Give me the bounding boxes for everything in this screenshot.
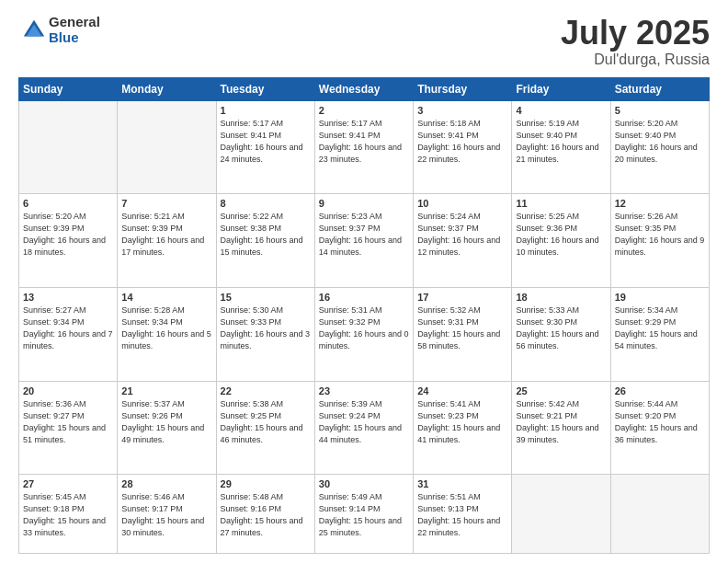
- day-number: 20: [23, 385, 113, 396]
- calendar-cell: 26Sunrise: 5:44 AM Sunset: 9:20 PM Dayli…: [610, 381, 709, 475]
- calendar-cell: 20Sunrise: 5:36 AM Sunset: 9:27 PM Dayli…: [19, 381, 118, 475]
- day-number: 1: [221, 105, 311, 116]
- page: General Blue July 2025 Dul'durga, Russia…: [0, 0, 728, 563]
- col-wednesday: Wednesday: [314, 77, 413, 100]
- calendar-week-3: 20Sunrise: 5:36 AM Sunset: 9:27 PM Dayli…: [19, 381, 710, 475]
- logo-blue: Blue: [49, 30, 100, 46]
- calendar-cell: 30Sunrise: 5:49 AM Sunset: 9:14 PM Dayli…: [314, 475, 413, 554]
- calendar-cell: 5Sunrise: 5:20 AM Sunset: 9:40 PM Daylig…: [610, 100, 709, 194]
- day-info: Sunrise: 5:46 AM Sunset: 9:17 PM Dayligh…: [121, 491, 211, 539]
- calendar-cell: 16Sunrise: 5:31 AM Sunset: 9:32 PM Dayli…: [314, 287, 413, 381]
- day-info: Sunrise: 5:44 AM Sunset: 9:20 PM Dayligh…: [615, 398, 705, 446]
- col-saturday: Saturday: [610, 77, 709, 100]
- calendar-cell: [118, 100, 216, 194]
- day-number: 11: [516, 198, 606, 209]
- calendar-cell: 11Sunrise: 5:25 AM Sunset: 9:36 PM Dayli…: [512, 194, 610, 288]
- col-sunday: Sunday: [19, 77, 118, 100]
- col-tuesday: Tuesday: [216, 77, 314, 100]
- day-number: 23: [319, 385, 409, 396]
- calendar-cell: 21Sunrise: 5:37 AM Sunset: 9:26 PM Dayli…: [118, 381, 216, 475]
- calendar-cell: 15Sunrise: 5:30 AM Sunset: 9:33 PM Dayli…: [216, 287, 314, 381]
- calendar: Sunday Monday Tuesday Wednesday Thursday…: [18, 77, 710, 554]
- day-info: Sunrise: 5:25 AM Sunset: 9:36 PM Dayligh…: [516, 211, 606, 259]
- day-info: Sunrise: 5:18 AM Sunset: 9:41 PM Dayligh…: [417, 118, 507, 166]
- day-info: Sunrise: 5:49 AM Sunset: 9:14 PM Dayligh…: [319, 491, 409, 539]
- day-number: 21: [121, 385, 211, 396]
- calendar-week-0: 1Sunrise: 5:17 AM Sunset: 9:41 PM Daylig…: [19, 100, 710, 194]
- day-number: 31: [417, 478, 507, 489]
- day-info: Sunrise: 5:28 AM Sunset: 9:34 PM Dayligh…: [121, 304, 211, 352]
- day-number: 18: [516, 292, 606, 303]
- logo-general: General: [49, 15, 100, 30]
- day-info: Sunrise: 5:17 AM Sunset: 9:41 PM Dayligh…: [221, 118, 311, 166]
- day-number: 19: [615, 292, 705, 303]
- day-number: 25: [516, 385, 606, 396]
- day-info: Sunrise: 5:51 AM Sunset: 9:13 PM Dayligh…: [417, 491, 507, 539]
- logo: General Blue: [18, 15, 100, 45]
- calendar-cell: 8Sunrise: 5:22 AM Sunset: 9:38 PM Daylig…: [216, 194, 314, 288]
- day-number: 8: [221, 198, 311, 209]
- day-number: 4: [516, 105, 606, 116]
- day-number: 29: [221, 478, 311, 489]
- logo-icon: [21, 17, 47, 43]
- day-info: Sunrise: 5:48 AM Sunset: 9:16 PM Dayligh…: [221, 491, 311, 539]
- calendar-cell: 18Sunrise: 5:33 AM Sunset: 9:30 PM Dayli…: [512, 287, 610, 381]
- col-monday: Monday: [118, 77, 216, 100]
- day-number: 10: [417, 198, 507, 209]
- day-info: Sunrise: 5:32 AM Sunset: 9:31 PM Dayligh…: [417, 304, 507, 352]
- day-info: Sunrise: 5:20 AM Sunset: 9:40 PM Dayligh…: [615, 118, 705, 166]
- logo-text: General Blue: [49, 15, 100, 45]
- day-number: 9: [319, 198, 409, 209]
- calendar-cell: 6Sunrise: 5:20 AM Sunset: 9:39 PM Daylig…: [19, 194, 118, 288]
- day-info: Sunrise: 5:38 AM Sunset: 9:25 PM Dayligh…: [221, 398, 311, 446]
- day-number: 26: [615, 385, 705, 396]
- calendar-cell: 29Sunrise: 5:48 AM Sunset: 9:16 PM Dayli…: [216, 475, 314, 554]
- calendar-cell: 12Sunrise: 5:26 AM Sunset: 9:35 PM Dayli…: [610, 194, 709, 288]
- day-info: Sunrise: 5:26 AM Sunset: 9:35 PM Dayligh…: [615, 211, 705, 259]
- calendar-cell: 7Sunrise: 5:21 AM Sunset: 9:39 PM Daylig…: [118, 194, 216, 288]
- calendar-cell: 27Sunrise: 5:45 AM Sunset: 9:18 PM Dayli…: [19, 475, 118, 554]
- calendar-cell: 17Sunrise: 5:32 AM Sunset: 9:31 PM Dayli…: [414, 287, 512, 381]
- day-number: 3: [417, 105, 507, 116]
- calendar-cell: 13Sunrise: 5:27 AM Sunset: 9:34 PM Dayli…: [19, 287, 118, 381]
- calendar-cell: 28Sunrise: 5:46 AM Sunset: 9:17 PM Dayli…: [118, 475, 216, 554]
- day-info: Sunrise: 5:24 AM Sunset: 9:37 PM Dayligh…: [417, 211, 507, 259]
- calendar-cell: 3Sunrise: 5:18 AM Sunset: 9:41 PM Daylig…: [414, 100, 512, 194]
- day-info: Sunrise: 5:21 AM Sunset: 9:39 PM Dayligh…: [121, 211, 211, 259]
- calendar-week-1: 6Sunrise: 5:20 AM Sunset: 9:39 PM Daylig…: [19, 194, 710, 288]
- calendar-cell: 19Sunrise: 5:34 AM Sunset: 9:29 PM Dayli…: [610, 287, 709, 381]
- calendar-week-2: 13Sunrise: 5:27 AM Sunset: 9:34 PM Dayli…: [19, 287, 710, 381]
- calendar-cell: 2Sunrise: 5:17 AM Sunset: 9:41 PM Daylig…: [314, 100, 413, 194]
- day-number: 14: [121, 292, 211, 303]
- calendar-week-4: 27Sunrise: 5:45 AM Sunset: 9:18 PM Dayli…: [19, 475, 710, 554]
- calendar-cell: [610, 475, 709, 554]
- day-number: 28: [121, 478, 211, 489]
- day-info: Sunrise: 5:37 AM Sunset: 9:26 PM Dayligh…: [121, 398, 211, 446]
- calendar-cell: 23Sunrise: 5:39 AM Sunset: 9:24 PM Dayli…: [314, 381, 413, 475]
- day-info: Sunrise: 5:41 AM Sunset: 9:23 PM Dayligh…: [417, 398, 507, 446]
- day-number: 22: [221, 385, 311, 396]
- header: General Blue July 2025 Dul'durga, Russia: [18, 15, 710, 68]
- calendar-cell: 31Sunrise: 5:51 AM Sunset: 9:13 PM Dayli…: [414, 475, 512, 554]
- calendar-cell: 10Sunrise: 5:24 AM Sunset: 9:37 PM Dayli…: [414, 194, 512, 288]
- day-number: 24: [417, 385, 507, 396]
- title-block: July 2025 Dul'durga, Russia: [561, 15, 710, 68]
- day-info: Sunrise: 5:42 AM Sunset: 9:21 PM Dayligh…: [516, 398, 606, 446]
- day-info: Sunrise: 5:45 AM Sunset: 9:18 PM Dayligh…: [23, 491, 113, 539]
- col-thursday: Thursday: [414, 77, 512, 100]
- calendar-cell: 4Sunrise: 5:19 AM Sunset: 9:40 PM Daylig…: [512, 100, 610, 194]
- day-info: Sunrise: 5:30 AM Sunset: 9:33 PM Dayligh…: [221, 304, 311, 352]
- title-month: July 2025: [561, 15, 710, 52]
- calendar-cell: [512, 475, 610, 554]
- day-number: 30: [319, 478, 409, 489]
- day-info: Sunrise: 5:31 AM Sunset: 9:32 PM Dayligh…: [319, 304, 409, 352]
- day-info: Sunrise: 5:27 AM Sunset: 9:34 PM Dayligh…: [23, 304, 113, 352]
- day-info: Sunrise: 5:33 AM Sunset: 9:30 PM Dayligh…: [516, 304, 606, 352]
- calendar-cell: [19, 100, 118, 194]
- day-info: Sunrise: 5:36 AM Sunset: 9:27 PM Dayligh…: [23, 398, 113, 446]
- day-info: Sunrise: 5:34 AM Sunset: 9:29 PM Dayligh…: [615, 304, 705, 352]
- day-number: 16: [319, 292, 409, 303]
- calendar-cell: 14Sunrise: 5:28 AM Sunset: 9:34 PM Dayli…: [118, 287, 216, 381]
- day-number: 6: [23, 198, 113, 209]
- day-info: Sunrise: 5:39 AM Sunset: 9:24 PM Dayligh…: [319, 398, 409, 446]
